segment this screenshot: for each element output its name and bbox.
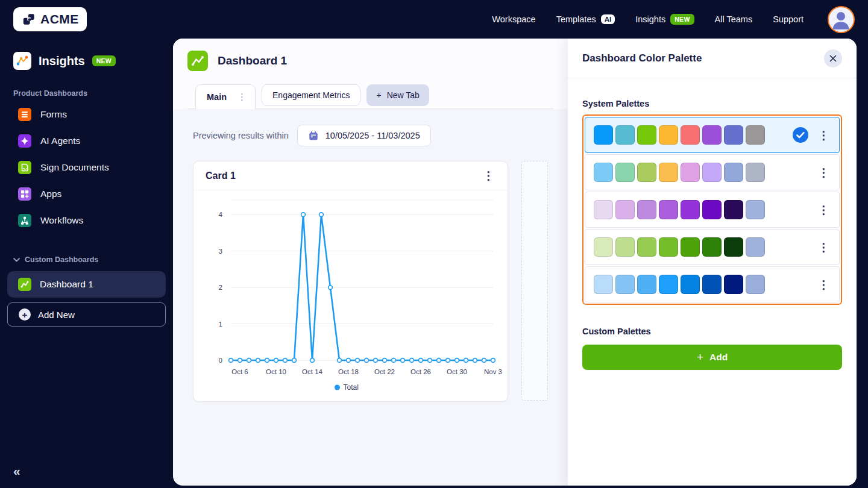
palette-row-4[interactable]: ⋮ (585, 229, 840, 265)
palette-row-2[interactable]: ⋮ (585, 154, 840, 190)
color-swatch (724, 125, 743, 145)
plus-icon: + (19, 308, 31, 321)
plus-icon: + (376, 90, 381, 100)
svg-text:2: 2 (219, 284, 222, 291)
color-swatch (615, 163, 635, 182)
palette-row-5[interactable]: ⋮ (585, 266, 840, 302)
close-panel-button[interactable] (824, 49, 842, 67)
nav-insights[interactable]: InsightsNEW (635, 14, 694, 25)
color-swatch (594, 200, 613, 219)
dashboard-header: Dashboard 1 Main ⋮ Engagement Metrics + … (173, 39, 568, 109)
nav-templates[interactable]: TemplatesAI (556, 14, 615, 24)
sidebar-item-label: AI Agents (40, 136, 80, 146)
svg-text:0: 0 (219, 357, 222, 364)
add-new-dashboard-button[interactable]: + Add New (7, 302, 166, 327)
person-icon (829, 7, 853, 31)
user-avatar[interactable] (828, 6, 855, 33)
color-swatch (594, 237, 613, 257)
sidebar-item-sign-documents[interactable]: Sign Documents (0, 154, 173, 181)
sidebar-item-label: Dashboard 1 (40, 279, 93, 290)
palette-row-1[interactable]: ⋮ (585, 117, 840, 153)
color-swatch (746, 275, 765, 294)
sidebar-item-workflows[interactable]: Workflows (0, 207, 173, 234)
selected-check-icon (793, 127, 808, 143)
palette-menu-icon[interactable]: ⋮ (817, 242, 831, 253)
sidebar-item-forms[interactable]: Forms (0, 101, 173, 128)
dashboard-content: Dashboard 1 Main ⋮ Engagement Metrics + … (173, 39, 568, 486)
main-shell: Dashboard 1 Main ⋮ Engagement Metrics + … (173, 39, 857, 486)
palette-swatches (594, 275, 765, 294)
color-swatch (637, 125, 656, 145)
svg-text:Oct 18: Oct 18 (338, 368, 359, 375)
color-swatch (594, 163, 613, 182)
card-title: Card 1 (206, 170, 236, 181)
chart-card: Card 1 ⋮ 01234Oct 6Oct 10Oct 14Oct 18Oct… (193, 161, 508, 402)
sidebar-item-label: Workflows (40, 215, 83, 226)
custom-dashboards-toggle[interactable]: Custom Dashboards (13, 255, 173, 264)
sidebar-collapse-button[interactable]: « (13, 464, 20, 478)
color-swatch (724, 200, 743, 219)
svg-text:Oct 6: Oct 6 (231, 368, 248, 375)
nav-support[interactable]: Support (773, 14, 804, 24)
svg-text:Nov 3: Nov 3 (484, 368, 502, 375)
add-palette-button[interactable]: + Add (582, 345, 842, 370)
preview-label: Previewing results within (193, 131, 289, 140)
palette-menu-icon[interactable]: ⋮ (817, 130, 831, 141)
tab-menu-icon[interactable]: ⋮ (237, 92, 247, 102)
nav-workspace[interactable]: Workspace (492, 14, 535, 24)
acme-logo[interactable]: ACME (13, 7, 87, 31)
sign-documents-icon (18, 161, 31, 174)
color-swatch (637, 275, 656, 294)
panel-title: Dashboard Color Palette (582, 52, 702, 64)
sidebar-item-dashboard-1[interactable]: Dashboard 1 (7, 271, 166, 298)
date-range-picker[interactable]: 10/05/2025 - 11/03/2025 (297, 125, 431, 146)
color-palette-panel: Dashboard Color Palette System Palettes … (568, 39, 857, 486)
color-swatch (615, 200, 635, 219)
sidebar-item-ai-agents[interactable]: AI Agents (0, 128, 173, 154)
palette-row-actions: ⋮ (793, 127, 831, 143)
color-swatch (746, 163, 765, 182)
sidebar-item-label: Apps (40, 189, 61, 199)
empty-card-placeholder[interactable] (521, 161, 548, 401)
svg-text:Total: Total (344, 383, 359, 392)
palette-menu-icon[interactable]: ⋮ (817, 204, 831, 216)
svg-text:Oct 22: Oct 22 (374, 368, 395, 375)
palette-swatches (594, 200, 765, 219)
color-swatch (594, 125, 613, 145)
palette-swatches (594, 163, 765, 182)
color-swatch (724, 163, 743, 182)
page-title: Dashboard 1 (218, 54, 287, 67)
palette-swatches (594, 237, 765, 257)
card-menu-icon[interactable]: ⋮ (482, 170, 495, 181)
sidebar-item-label: Sign Documents (40, 162, 109, 173)
top-navbar: ACME Workspace TemplatesAI InsightsNEW A… (0, 0, 868, 39)
new-badge: NEW (670, 14, 694, 25)
color-swatch (659, 275, 678, 294)
palette-row-actions: ⋮ (817, 167, 831, 178)
custom-palettes-label: Custom Palettes (582, 327, 842, 336)
new-tab-button[interactable]: + New Tab (366, 84, 429, 106)
palette-row-actions: ⋮ (817, 242, 831, 253)
tab-main[interactable]: Main ⋮ (195, 84, 256, 109)
color-swatch (637, 237, 656, 257)
sidebar-item-apps[interactable]: Apps (0, 181, 173, 207)
palette-menu-icon[interactable]: ⋮ (817, 167, 831, 178)
nav-links: Workspace TemplatesAI InsightsNEW All Te… (492, 6, 855, 33)
chevron-down-icon (13, 258, 20, 262)
tab-engagement-metrics[interactable]: Engagement Metrics (262, 84, 360, 106)
apps-icon (18, 187, 31, 201)
forms-icon (18, 108, 31, 121)
color-swatch (615, 237, 635, 257)
sidebar: Insights NEW Product Dashboards Forms AI… (0, 39, 173, 488)
system-palettes-group: ⋮⋮⋮⋮⋮ (582, 114, 842, 305)
color-swatch (702, 200, 722, 219)
logo-text: ACME (40, 12, 79, 27)
color-swatch (746, 237, 765, 257)
color-swatch (637, 163, 656, 182)
palette-row-3[interactable]: ⋮ (585, 192, 840, 228)
color-swatch (724, 237, 743, 257)
nav-all-teams[interactable]: All Teams (715, 14, 753, 24)
color-swatch (637, 200, 656, 219)
color-swatch (681, 237, 700, 257)
palette-menu-icon[interactable]: ⋮ (817, 279, 831, 290)
